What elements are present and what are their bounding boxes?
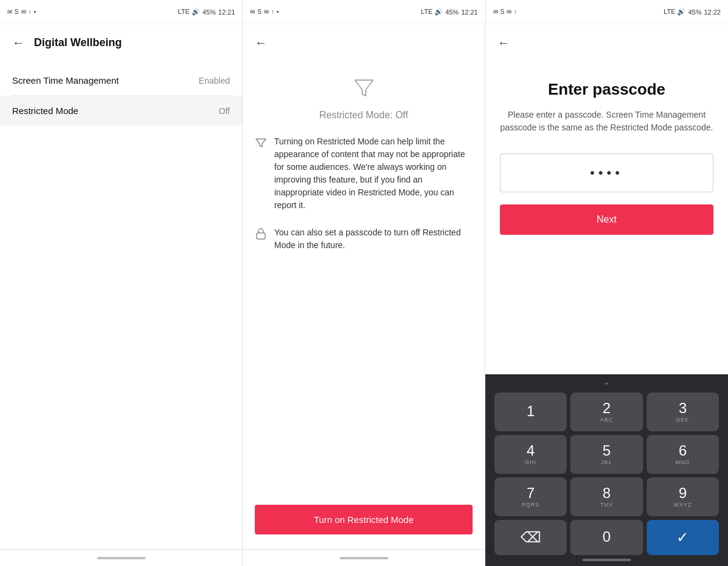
chevron-down-area: ⌄ [485, 374, 728, 388]
mail-icon-2: ✉ [250, 8, 255, 15]
screen-time-value: Enabled [199, 76, 230, 86]
network-3: LTE 🔊 [664, 8, 686, 16]
lock-icon [255, 227, 267, 252]
keypad-bottom-row [490, 555, 723, 564]
key-1-main: 1 [527, 404, 534, 419]
key-7-sub: PQRS [522, 502, 540, 508]
key-5-sub: JKL [601, 459, 613, 465]
back-button-2[interactable]: ← [252, 34, 269, 51]
time-3: 12:22 [704, 8, 721, 16]
key-9-sub: WXYZ [673, 502, 692, 508]
network-1: LTE 🔊 [178, 8, 200, 16]
key-4-main: 4 [527, 443, 534, 458]
keypad-home-indicator [582, 559, 631, 561]
key-7-main: 7 [527, 486, 534, 500]
keypad-grid: 1 2 ABC 3 DEF 4 GHI [494, 392, 719, 555]
status-bar: ✉ S ✉ ↑ • LTE 🔊 45% 12:21 ✉ S ✉ ↑ • LTE … [0, 0, 728, 24]
restricted-mode-item[interactable]: Restricted Mode Off [0, 96, 242, 126]
dot-icon-2: • [277, 8, 279, 15]
screen3-content: Enter passcode Please enter a passcode. … [485, 61, 728, 244]
mail2-icon-2: ✉ [264, 8, 269, 15]
key-backspace-icon: ⌫ [521, 530, 541, 545]
key-8[interactable]: 8 TUV [570, 477, 642, 516]
status-panel-2: ✉ S ✉ ↑ • LTE 🔊 45% 12:21 [242, 0, 485, 24]
mail2-icon-1: ✉ [21, 8, 26, 15]
screen2-footer: Turn on Restricted Mode [243, 495, 485, 549]
info-item-2: You can also set a passcode to turn off … [255, 226, 473, 252]
mail-icon-1: ✉ [7, 8, 12, 15]
key-2[interactable]: 2 ABC [570, 392, 642, 431]
battery-3: 45% [688, 8, 701, 16]
key-4-sub: GHI [525, 459, 536, 465]
key-4[interactable]: 4 GHI [494, 435, 567, 474]
status-right-3: LTE 🔊 45% 12:22 [664, 8, 721, 16]
screen-time-label: Screen Time Management [12, 75, 119, 86]
key-2-main: 2 [602, 401, 610, 416]
restricted-mode-icon [352, 75, 376, 105]
key-2-sub: ABC [600, 417, 613, 423]
key-7[interactable]: 7 PQRS [494, 477, 567, 516]
back-button-3[interactable]: ← [495, 34, 512, 51]
key-5-main: 5 [602, 443, 610, 458]
screen-time-management-item[interactable]: Screen Time Management Enabled [0, 66, 242, 95]
arrow-icon-3: ↑ [514, 8, 517, 15]
battery-1: 45% [203, 8, 216, 16]
status-right-2: LTE 🔊 45% 12:21 [421, 8, 478, 16]
key-9[interactable]: 9 WXYZ [647, 477, 719, 516]
passcode-title: Enter passcode [500, 80, 713, 99]
time-2: 12:21 [461, 8, 478, 16]
screen2-header: ← [243, 24, 485, 61]
key-0[interactable]: 0 [570, 520, 642, 555]
status-icons-3: ✉ S ✉ ↑ [493, 8, 517, 15]
key-3[interactable]: 3 DEF [647, 392, 719, 431]
key-8-main: 8 [602, 486, 610, 500]
key-3-main: 3 [679, 401, 687, 416]
next-button[interactable]: Next [500, 204, 713, 235]
passcode-subtitle: Please enter a passcode. Screen Time Man… [500, 109, 713, 134]
info-text-2: You can also set a passcode to turn off … [274, 226, 473, 252]
key-confirm[interactable]: ✓ [647, 520, 719, 555]
status-panel-3: ✉ S ✉ ↑ LTE 🔊 45% 12:22 [485, 0, 728, 24]
battery-2: 45% [445, 8, 459, 16]
screen-digital-wellbeing: ← Digital Wellbeing Screen Time Manageme… [0, 24, 243, 566]
s-icon-1: S [15, 8, 19, 15]
key-5[interactable]: 5 JKL [570, 435, 642, 474]
status-right-1: LTE 🔊 45% 12:21 [178, 8, 235, 16]
settings-list: Screen Time Management Enabled Restricte… [0, 61, 242, 130]
mail2-icon-3: ✉ [507, 8, 511, 15]
screens-container: ← Digital Wellbeing Screen Time Manageme… [0, 24, 728, 566]
filter-icon [255, 136, 267, 212]
key-6-main: 6 [679, 443, 687, 458]
screen2-content: Restricted Mode: Off Turning on Restrict… [243, 61, 485, 495]
screen1-header: ← Digital Wellbeing [0, 24, 242, 61]
screen2-home-indicator [340, 557, 388, 559]
screen1-bottom-bar [0, 549, 242, 566]
mail-icon-3: ✉ [493, 8, 498, 15]
chevron-down-icon[interactable]: ⌄ [603, 377, 610, 386]
key-1[interactable]: 1 [494, 392, 567, 431]
key-6[interactable]: 6 MNO [647, 435, 719, 474]
turn-on-restricted-mode-button[interactable]: Turn on Restricted Mode [255, 505, 473, 534]
restricted-mode-value: Off [219, 106, 230, 116]
key-9-main: 9 [679, 486, 687, 500]
key-backspace[interactable]: ⌫ [494, 520, 567, 555]
arrow-icon-1: ↑ [29, 8, 32, 15]
back-button-1[interactable]: ← [10, 34, 27, 51]
keypad-area: 1 2 ABC 3 DEF 4 GHI [485, 388, 728, 566]
screen-restricted-mode-info: ← Restricted Mode: Off Turning on Re [243, 24, 485, 566]
keypad-container: ⌄ 1 2 ABC 3 DEF [485, 374, 728, 566]
screen1-title: Digital Wellbeing [34, 36, 122, 49]
restricted-mode-label: Restricted Mode [12, 106, 78, 116]
network-2: LTE 🔊 [421, 8, 443, 16]
status-icons-1: ✉ S ✉ ↑ • [7, 8, 36, 15]
dot-icon-1: • [34, 8, 36, 15]
key-0-main: 0 [602, 530, 610, 544]
screen3-header: ← [485, 24, 728, 61]
arrow-icon-2: ↑ [271, 8, 274, 15]
restricted-mode-status-label: Restricted Mode: Off [319, 110, 408, 121]
passcode-input[interactable] [500, 153, 713, 192]
restricted-icon-area: Restricted Mode: Off [255, 75, 473, 121]
info-text-1: Turning on Restricted Mode can help limi… [274, 135, 473, 212]
status-panel-1: ✉ S ✉ ↑ • LTE 🔊 45% 12:21 [0, 0, 242, 24]
s-icon-3: S [500, 8, 505, 15]
